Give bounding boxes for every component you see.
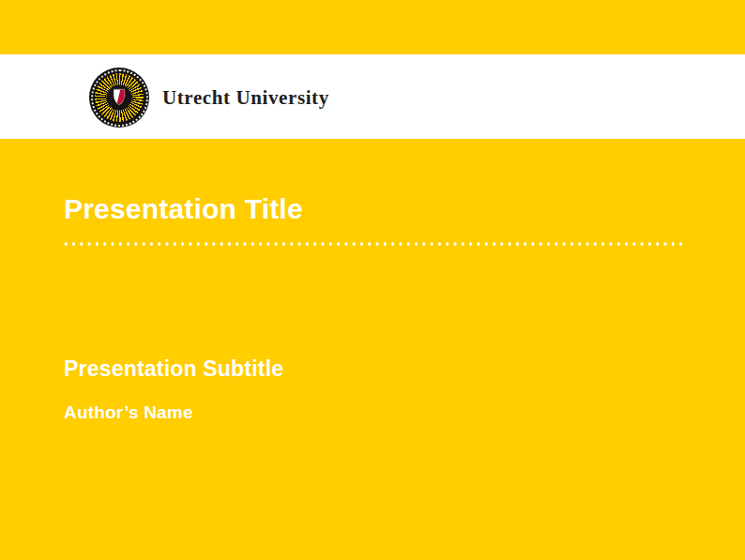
university-wordmark: Utrecht University	[162, 86, 329, 110]
dotted-divider	[62, 241, 685, 247]
presentation-subtitle: Presentation Subtitle	[64, 356, 283, 382]
utrecht-shield-icon	[113, 88, 127, 106]
title-slide: Utrecht University Presentation Title Pr…	[0, 0, 745, 560]
university-seal-icon	[89, 68, 149, 128]
logo-band: Utrecht University	[0, 54, 745, 139]
author-name: Author’s Name	[64, 402, 193, 423]
utrecht-university-logo: Utrecht University	[89, 68, 329, 128]
presentation-title: Presentation Title	[64, 193, 303, 226]
